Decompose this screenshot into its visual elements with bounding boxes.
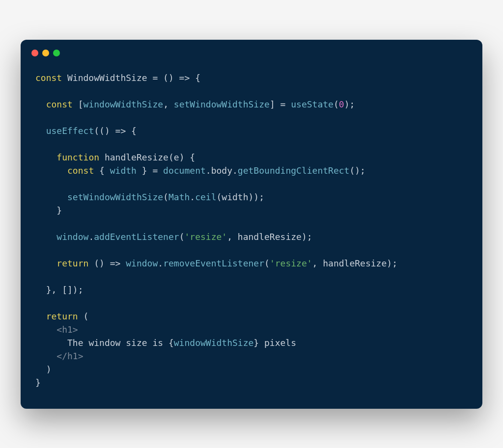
identifier: handleResize xyxy=(99,152,168,162)
arrow-fn: () => { xyxy=(163,73,200,83)
punct: { xyxy=(168,338,174,348)
punct: { xyxy=(94,165,110,176)
punct: [ xyxy=(73,99,84,109)
punct: } xyxy=(56,205,62,215)
keyword-return: return xyxy=(56,258,88,268)
punct: = xyxy=(152,73,163,83)
punct: } xyxy=(35,377,41,388)
keyword-const: const xyxy=(46,99,73,109)
punct: ] = xyxy=(270,99,291,109)
identifier: windowWidthSize xyxy=(174,338,254,348)
string-literal: 'resize' xyxy=(184,232,227,242)
punct: . xyxy=(190,192,195,202)
builtin: document xyxy=(163,165,206,176)
punct: ); xyxy=(344,99,355,109)
punct: (() => { xyxy=(94,126,137,136)
jsx-tag: </h1> xyxy=(56,351,83,361)
punct: , handleResize); xyxy=(227,232,312,242)
punct: . xyxy=(88,232,94,242)
keyword-const: const xyxy=(67,165,94,176)
fn-call: setWindowWidthSize xyxy=(67,192,163,202)
identifier: windowWidthSize xyxy=(84,99,164,109)
punct: ( xyxy=(78,311,89,321)
punct: . xyxy=(232,165,238,176)
fn-call: removeEventListener xyxy=(163,258,264,268)
code-window: const WindowWidthSize = () => { const [w… xyxy=(21,40,482,409)
code-area: const WindowWidthSize = () => { const [w… xyxy=(21,61,482,409)
punct: (width)); xyxy=(217,192,265,202)
punct: , xyxy=(163,99,174,109)
punct: ( xyxy=(264,258,270,268)
punct: } xyxy=(253,338,259,348)
punct: ( xyxy=(179,232,185,242)
minimize-icon[interactable] xyxy=(42,50,49,56)
jsx-text: pixels xyxy=(259,338,296,348)
fn-call: ceil xyxy=(195,192,216,202)
zoom-icon[interactable] xyxy=(53,50,60,56)
builtin: Math xyxy=(168,192,190,202)
identifier: width xyxy=(110,165,137,176)
window-titlebar xyxy=(21,40,482,61)
number-literal: 0 xyxy=(339,99,344,109)
builtin: window xyxy=(126,258,158,268)
close-icon[interactable] xyxy=(31,50,38,56)
punct: } = xyxy=(137,165,163,176)
builtin: window xyxy=(56,232,88,242)
punct: ( xyxy=(334,99,339,109)
fn-call: getBoundingClientRect xyxy=(238,165,350,176)
keyword-return: return xyxy=(46,311,78,321)
fn-call: useEffect xyxy=(46,126,94,136)
keyword-const: const xyxy=(35,73,62,83)
punct: ( xyxy=(163,192,168,202)
punct: , handleResize); xyxy=(312,258,397,268)
jsx-tag: <h1> xyxy=(56,324,78,335)
code-block: const WindowWidthSize = () => { const [w… xyxy=(35,71,468,389)
identifier: setWindowWidthSize xyxy=(174,99,270,109)
identifier: WindowWidthSize xyxy=(62,73,152,83)
keyword-function: function xyxy=(56,152,99,162)
punct: ) xyxy=(46,364,52,374)
punct: . xyxy=(206,165,211,176)
property: body xyxy=(211,165,232,176)
punct: (e) { xyxy=(168,152,195,162)
punct: . xyxy=(158,258,163,268)
fn-call: useState xyxy=(291,99,334,109)
string-literal: 'resize' xyxy=(270,258,312,268)
punct: () => xyxy=(88,258,126,268)
jsx-text: The window size is xyxy=(67,338,168,348)
punct: }, []); xyxy=(46,285,84,295)
fn-call: addEventListener xyxy=(94,232,179,242)
punct: (); xyxy=(349,165,365,176)
